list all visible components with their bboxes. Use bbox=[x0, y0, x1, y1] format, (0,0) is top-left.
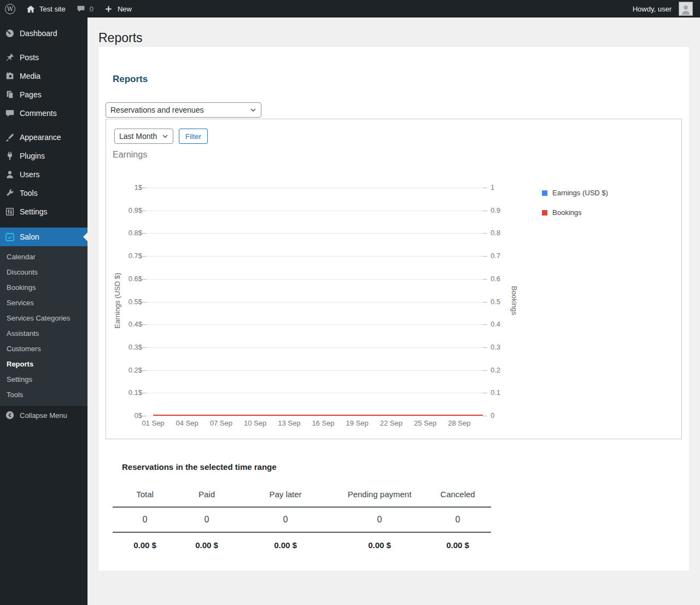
right-axis-tick-label: 0.2 bbox=[491, 366, 500, 375]
column-header: Canceled bbox=[424, 484, 491, 507]
amount-cell: 0.00 $ bbox=[236, 532, 335, 550]
submenu-item-assistants[interactable]: Assistants bbox=[0, 326, 88, 341]
pages-icon bbox=[4, 89, 15, 100]
card-title: Reports bbox=[113, 73, 682, 85]
left-axis-tick bbox=[142, 211, 147, 211]
admin-sidebar: Dashboard Posts Media Pages Comments App… bbox=[0, 18, 88, 605]
new-label: New bbox=[118, 5, 132, 13]
howdy-account-menu[interactable]: Howdy, user bbox=[628, 0, 698, 18]
plugin-icon bbox=[4, 150, 15, 161]
chart-gridline bbox=[147, 233, 483, 234]
right-axis-tick bbox=[483, 347, 487, 348]
right-axis-tick bbox=[483, 279, 487, 280]
wordpress-logo-menu[interactable]: W bbox=[0, 0, 20, 18]
page-title: Reports bbox=[98, 30, 689, 46]
count-cell: 0 bbox=[335, 507, 424, 532]
sidebar-item-dashboard[interactable]: Dashboard bbox=[0, 24, 88, 43]
x-axis-tick-label: 25 Sep bbox=[409, 419, 442, 427]
collapse-label: Collapse Menu bbox=[20, 411, 67, 420]
sidebar-label: Salon bbox=[20, 233, 39, 241]
comments-bubble[interactable]: 0 bbox=[71, 0, 98, 18]
sidebar-item-pages[interactable]: Pages bbox=[0, 85, 88, 104]
chart-gridline bbox=[147, 370, 483, 371]
left-axis-tick-label: 0.9$ bbox=[106, 206, 142, 215]
count-cell: 0 bbox=[236, 507, 335, 532]
submenu-item-discounts[interactable]: Discounts bbox=[0, 265, 88, 280]
submenu-item-reports[interactable]: Reports bbox=[0, 357, 88, 372]
report-type-select[interactable]: Reservations and revenues bbox=[106, 102, 261, 118]
legend-entry-earnings: Earnings (USD $) bbox=[542, 189, 608, 197]
report-type-value: Reservations and revenues bbox=[110, 106, 203, 114]
count-cell: 0 bbox=[177, 507, 236, 532]
submenu-item-services-categories[interactable]: Services Categories bbox=[0, 311, 88, 326]
chart-gridline bbox=[147, 302, 483, 302]
comments-icon bbox=[4, 108, 15, 119]
legend-label: Bookings bbox=[552, 208, 581, 217]
sidebar-label: Appearance bbox=[20, 133, 61, 141]
submenu-item-calendar[interactable]: Calendar bbox=[0, 249, 88, 265]
sidebar-item-users[interactable]: Users bbox=[0, 165, 88, 184]
right-axis-tick bbox=[483, 302, 487, 302]
chart-gridline bbox=[147, 279, 483, 280]
column-header: Paid bbox=[177, 484, 236, 507]
comments-count: 0 bbox=[90, 5, 94, 13]
right-axis-tick bbox=[483, 233, 487, 234]
home-icon bbox=[25, 3, 36, 14]
new-content-menu[interactable]: New bbox=[98, 0, 137, 18]
submenu-item-bookings[interactable]: Bookings bbox=[0, 280, 88, 295]
column-header: Total bbox=[113, 484, 177, 507]
left-axis-tick-label: 1$ bbox=[106, 183, 142, 192]
right-axis-tick bbox=[483, 211, 487, 211]
site-name-label: Test site bbox=[39, 5, 66, 13]
count-cell: 0 bbox=[113, 507, 177, 532]
chart-gridline bbox=[147, 211, 483, 211]
right-axis-tick bbox=[483, 393, 487, 393]
sidebar-label: Posts bbox=[20, 54, 39, 61]
avatar bbox=[679, 2, 693, 16]
wrench-icon bbox=[4, 188, 15, 199]
submenu-item-settings[interactable]: Settings bbox=[0, 372, 88, 387]
sidebar-item-salon[interactable]: Salon bbox=[0, 228, 88, 246]
summary-heading: Reservations in the selected time range bbox=[122, 462, 682, 472]
plus-icon bbox=[103, 3, 114, 14]
sidebar-item-plugins[interactable]: Plugins bbox=[0, 147, 88, 165]
submenu-item-tools[interactable]: Tools bbox=[0, 387, 88, 403]
sidebar-item-appearance[interactable]: Appearance bbox=[0, 128, 88, 147]
left-axis-tick bbox=[142, 370, 147, 371]
howdy-label: Howdy, user bbox=[633, 5, 672, 13]
submenu-item-customers[interactable]: Customers bbox=[0, 341, 88, 357]
sidebar-item-comments[interactable]: Comments bbox=[0, 104, 88, 123]
reports-card: Reports Reservations and revenues Last M… bbox=[98, 47, 689, 571]
left-axis-tick bbox=[142, 324, 147, 325]
filter-button[interactable]: Filter bbox=[179, 129, 208, 144]
sidebar-label: Media bbox=[20, 72, 40, 80]
collapse-menu-button[interactable]: Collapse Menu bbox=[0, 406, 88, 424]
left-axis-tick-label: 0.3$ bbox=[106, 343, 142, 352]
salon-submenu: Calendar Discounts Bookings Services Ser… bbox=[0, 246, 88, 406]
right-axis-tick-label: 0.6 bbox=[491, 275, 500, 283]
wordpress-logo-icon: W bbox=[5, 4, 15, 14]
column-header: Pay later bbox=[236, 484, 335, 507]
chevron-down-icon bbox=[250, 107, 256, 113]
chart-gridline bbox=[147, 188, 483, 188]
right-axis-tick-label: 0.7 bbox=[491, 252, 500, 260]
sidebar-item-tools[interactable]: Tools bbox=[0, 184, 88, 202]
sidebar-item-media[interactable]: Media bbox=[0, 67, 88, 85]
right-axis-tick-label: 0.9 bbox=[491, 206, 500, 215]
sidebar-item-settings[interactable]: Settings bbox=[0, 202, 88, 221]
left-axis-tick-label: 0.5$ bbox=[106, 298, 142, 306]
main-content: Reports Reports Reservations and revenue… bbox=[88, 18, 700, 605]
sidebar-label: Tools bbox=[20, 189, 38, 197]
chart-gridline bbox=[147, 347, 483, 348]
chart-panel: Last Month Filter Earnings Earnings (USD… bbox=[106, 119, 682, 439]
submenu-item-services[interactable]: Services bbox=[0, 295, 88, 311]
x-axis-tick-label: 01 Sep bbox=[136, 419, 170, 427]
right-axis-tick-label: 1 bbox=[491, 183, 494, 192]
table-header-row: Total Paid Pay later Pending payment Can… bbox=[113, 484, 491, 507]
site-name-link[interactable]: Test site bbox=[20, 0, 71, 18]
date-range-select[interactable]: Last Month bbox=[114, 129, 173, 144]
date-range-value: Last Month bbox=[119, 132, 157, 141]
sidebar-label: Comments bbox=[20, 109, 57, 117]
sidebar-item-posts[interactable]: Posts bbox=[0, 48, 88, 67]
left-axis-tick-label: 0.6$ bbox=[106, 275, 142, 283]
